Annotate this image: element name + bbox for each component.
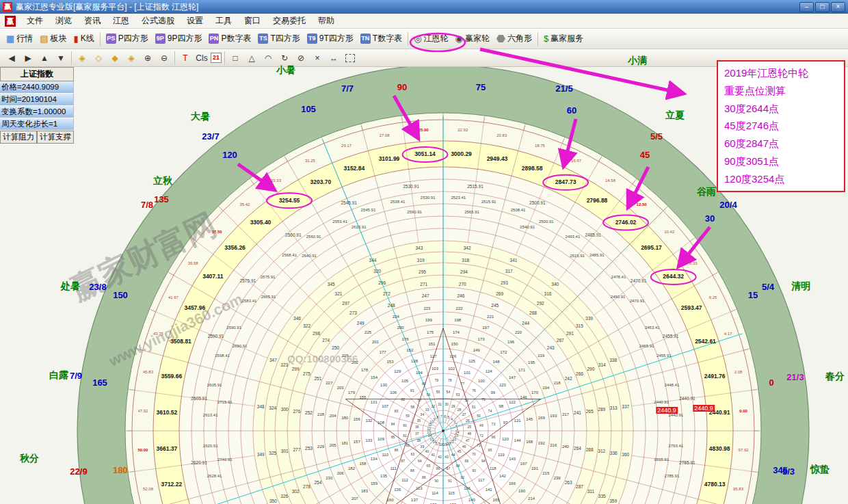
cross-tool-button[interactable]: × — [310, 51, 325, 65]
svg-text:131: 131 — [371, 400, 378, 404]
toolbar-button-quotes[interactable]: ▦行情 — [3, 31, 36, 47]
svg-text:2455.91: 2455.91 — [663, 334, 679, 339]
menu-item[interactable]: 工具 — [209, 13, 238, 29]
svg-text:317: 317 — [505, 269, 513, 274]
zoom-out-button[interactable]: ⊖ — [157, 51, 172, 65]
menu-item[interactable]: 江恩 — [107, 13, 135, 29]
svg-text:9: 9 — [434, 417, 436, 421]
calc-button[interactable]: 计算阻力 — [0, 131, 37, 144]
svg-text:171: 171 — [518, 368, 526, 372]
cls-button[interactable]: Cls — [194, 51, 209, 65]
toolbar-button-p-number-table[interactable]: PNP数字表 — [205, 31, 254, 47]
toolbar-button-winner-wheel[interactable]: ◉赢家轮 — [452, 31, 493, 47]
diamond-4-button[interactable]: ◈ — [124, 51, 139, 65]
svg-text:4.17: 4.17 — [724, 332, 732, 336]
toolbar-button-winner-service[interactable]: $赢家服务 — [540, 31, 587, 47]
svg-text:270: 270 — [459, 282, 466, 287]
forward-button[interactable]: ▶ — [21, 51, 36, 65]
svg-text:135: 135 — [380, 474, 388, 478]
svg-text:2515.91: 2515.91 — [467, 184, 483, 189]
minimize-button[interactable]: – — [799, 2, 814, 12]
svg-text:160: 160 — [386, 498, 394, 502]
svg-text:18.75: 18.75 — [535, 144, 546, 148]
svg-text:216: 216 — [550, 443, 557, 447]
pointer-button[interactable]: ▲ — [37, 51, 52, 65]
app-logo-icon: 赢 — [3, 2, 12, 12]
calendar-button[interactable]: 21 — [211, 53, 222, 63]
svg-text:33.33: 33.33 — [271, 178, 282, 183]
annotation-line: 30度2644点 — [724, 100, 838, 118]
toolbar-button-sectors[interactable]: ▤板块 — [36, 31, 70, 47]
filter-button[interactable]: ▼ — [53, 51, 68, 65]
toolbar-button-9t-square[interactable]: T99T四方形 — [304, 31, 357, 47]
menu-item[interactable]: 帮助 — [312, 13, 341, 29]
svg-text:3051.14: 3051.14 — [414, 150, 436, 157]
rect-tool-button[interactable]: □ — [228, 51, 243, 65]
svg-text:239: 239 — [554, 476, 561, 480]
toolbar-button-9p-square[interactable]: 9P9P四方形 — [152, 31, 206, 47]
svg-text:296: 296 — [378, 280, 386, 285]
svg-text:175: 175 — [427, 330, 434, 334]
svg-text:108: 108 — [377, 421, 385, 425]
svg-text:25: 25 — [468, 425, 472, 429]
maximize-button[interactable]: □ — [815, 2, 830, 12]
menu-item[interactable]: 资讯 — [78, 13, 107, 29]
svg-text:53: 53 — [456, 393, 460, 397]
svg-text:195: 195 — [528, 360, 535, 364]
svg-text:323: 323 — [280, 362, 288, 367]
triangle-tool-button[interactable]: △ — [244, 51, 259, 65]
menu-item[interactable]: 公式选股 — [135, 13, 181, 29]
resize-tool-button[interactable]: ↔ — [326, 51, 341, 65]
9t-square-label: 9T四方形 — [319, 33, 354, 44]
svg-text:2478.41: 2478.41 — [611, 275, 626, 279]
t-up-button[interactable]: T — [178, 51, 193, 65]
svg-text:322: 322 — [303, 323, 310, 328]
toolbar-button-kline[interactable]: ▮K线 — [70, 31, 98, 47]
toolbar-separator — [408, 32, 408, 46]
lasso-tool-button[interactable] — [343, 51, 358, 65]
toolbar-button-t-square[interactable]: TST四方形 — [254, 31, 303, 47]
menu-item[interactable]: 交易委托 — [267, 13, 312, 29]
arc-tool-button[interactable]: ◠ — [261, 51, 276, 65]
svg-text:228: 228 — [317, 412, 325, 416]
svg-text:37.50: 37.50 — [212, 230, 223, 234]
svg-text:2690.91: 2690.91 — [233, 344, 248, 348]
svg-text:3712.22: 3712.22 — [161, 481, 182, 488]
svg-text:2440.91: 2440.91 — [668, 413, 683, 417]
svg-text:2470.91: 2470.91 — [630, 299, 645, 303]
svg-text:147: 147 — [509, 375, 516, 380]
svg-text:252: 252 — [305, 410, 313, 415]
svg-text:30: 30 — [445, 402, 449, 406]
svg-text:2590.91: 2590.91 — [208, 334, 224, 339]
circle-slash-tool-button[interactable]: ⊘ — [293, 51, 308, 65]
calc-button[interactable]: 计算支撑 — [37, 131, 74, 144]
toolbar-button-hexagon[interactable]: 六角形 — [493, 31, 535, 47]
menu-item[interactable]: 浏览 — [49, 13, 78, 29]
diamond-1-button[interactable]: ◈ — [75, 51, 90, 65]
svg-text:302: 302 — [292, 489, 300, 494]
svg-text:51: 51 — [472, 405, 476, 409]
svg-text:94: 94 — [481, 459, 486, 463]
rotate-tool-button[interactable]: ↻ — [277, 51, 292, 65]
svg-text:291: 291 — [566, 331, 574, 336]
zoom-in-button[interactable]: ⊕ — [140, 51, 155, 65]
menu-item[interactable]: 文件 — [21, 13, 49, 29]
svg-text:124: 124 — [486, 369, 493, 373]
svg-text:43: 43 — [445, 455, 449, 459]
toolbar-button-t-number-table[interactable]: TNT数字表 — [357, 31, 406, 47]
menu-item[interactable]: 窗口 — [238, 13, 267, 29]
svg-text:181: 181 — [341, 441, 349, 445]
info-row: 变换系数=1.00000 — [0, 106, 74, 118]
diamond-3-button[interactable]: ◆ — [107, 51, 122, 65]
close-button[interactable]: × — [831, 2, 845, 12]
toolbar-button-gann-wheel[interactable]: ◎江恩轮 — [410, 31, 451, 47]
diamond-2-button[interactable]: ◇ — [91, 51, 106, 65]
svg-text:2620.91: 2620.91 — [203, 444, 218, 448]
menu-item[interactable]: 设置 — [181, 13, 209, 29]
toolbar-button-p-square[interactable]: PSP四方形 — [103, 31, 152, 47]
svg-text:95.83: 95.83 — [733, 487, 744, 491]
svg-text:2448.41: 2448.41 — [665, 383, 680, 387]
svg-text:294: 294 — [460, 269, 468, 274]
back-button[interactable]: ◀ — [4, 51, 19, 65]
svg-text:141: 141 — [486, 488, 493, 492]
